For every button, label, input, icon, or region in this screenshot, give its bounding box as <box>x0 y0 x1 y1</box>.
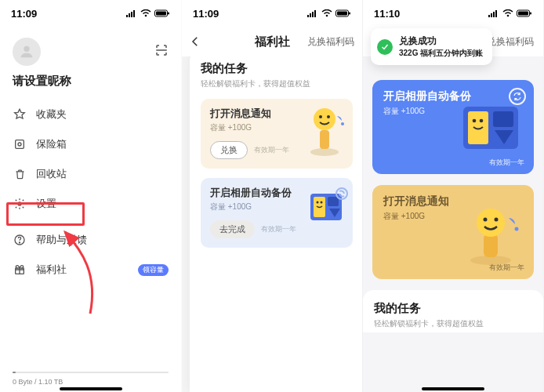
svg-rect-6 <box>156 12 166 16</box>
avatar[interactable] <box>13 38 41 66</box>
status-bar: 11:10 <box>363 0 543 27</box>
battery-icon <box>517 9 532 17</box>
capacity-bar <box>13 372 169 373</box>
reward-card-backup[interactable]: 开启相册自动备份 容量 +100G 有效期一年 <box>372 80 534 174</box>
menu-item-settings[interactable]: 设置 <box>0 189 181 219</box>
success-toast: 兑换成功 322G 福利五分钟内到账 <box>371 28 492 65</box>
wifi-icon <box>502 9 513 17</box>
redeem-code-link[interactable]: 兑换福利码 <box>487 35 534 49</box>
svg-rect-42 <box>518 12 528 16</box>
menu-item-help[interactable]: 帮助与反馈 <box>0 225 181 255</box>
svg-point-47 <box>480 119 484 123</box>
svg-rect-1 <box>129 13 130 17</box>
person-icon <box>18 43 35 60</box>
status-time: 11:10 <box>374 8 400 20</box>
svg-rect-15 <box>307 15 309 17</box>
wifi-icon <box>321 9 332 17</box>
tasks-panel: 我的任务 轻松解锁福利卡，获得超值权益 打开消息通知 容量 +100G 兑换 有… <box>190 50 362 392</box>
task-subtitle: 容量 +100G <box>210 201 343 212</box>
welfare-badge: 领容量 <box>138 264 169 276</box>
menu-label: 保险箱 <box>36 137 169 151</box>
task-title: 打开消息通知 <box>210 107 343 121</box>
reward-cards: 开启相册自动备份 容量 +100G 有效期一年 打开消息通知 容量 +100G <box>363 56 543 279</box>
toast-subtitle: 322G 福利五分钟内到账 <box>399 48 483 59</box>
status-indicators <box>488 9 532 17</box>
menu-label: 设置 <box>36 197 169 211</box>
svg-rect-18 <box>314 10 316 17</box>
status-bar: 11:09 <box>182 0 362 27</box>
tasks-title: 我的任务 <box>201 61 353 76</box>
svg-point-19 <box>326 15 328 17</box>
home-indicator <box>60 387 122 390</box>
screen-redeemed: 11:10 兑换福利码 兑换成功 322G 福利五分钟内到账 开启相册自动备份 … <box>362 0 543 392</box>
svg-point-40 <box>507 15 510 17</box>
back-button[interactable] <box>188 27 202 56</box>
battery-icon <box>154 9 170 17</box>
nickname-prompt[interactable]: 请设置昵称 <box>0 71 181 100</box>
menu-label: 福利社 <box>36 263 129 277</box>
task-card-backup[interactable]: 开启相册自动备份 容量 +100G 去完成 有效期一年 <box>201 178 353 248</box>
card-title: 开启相册自动备份 <box>383 89 523 103</box>
status-indicators <box>307 9 351 17</box>
safe-icon <box>13 138 27 151</box>
svg-rect-21 <box>337 12 347 16</box>
svg-rect-22 <box>349 13 350 15</box>
signal-icon <box>488 9 499 17</box>
tasks-subtitle: 轻松解锁福利卡，获得超值权益 <box>201 78 353 89</box>
page-title: 福利社 <box>255 34 290 49</box>
svg-point-46 <box>473 119 477 123</box>
go-complete-button[interactable]: 去完成 <box>210 220 255 238</box>
signal-icon <box>126 9 137 17</box>
svg-rect-7 <box>168 13 169 15</box>
menu-label: 回收站 <box>36 167 169 181</box>
menu-item-trash[interactable]: 回收站 <box>0 159 181 189</box>
menu-item-welfare[interactable]: 福利社 领容量 <box>0 255 181 285</box>
tasks-title: 我的任务 <box>374 301 532 316</box>
toast-title: 兑换成功 <box>399 34 483 48</box>
screen-profile: 11:09 请设置昵称 收藏夹 保险箱 <box>0 0 181 392</box>
capacity-section: 0 Byte / 1.10 TB <box>0 372 181 386</box>
svg-point-55 <box>515 227 519 231</box>
menu-item-favorites[interactable]: 收藏夹 <box>0 100 181 129</box>
svg-rect-36 <box>488 15 490 17</box>
redeem-button[interactable]: 兑换 <box>210 141 248 159</box>
svg-rect-0 <box>126 15 128 17</box>
menu-label: 收藏夹 <box>36 107 169 122</box>
redeem-code-link[interactable]: 兑换福利码 <box>307 27 354 56</box>
svg-rect-3 <box>133 10 135 17</box>
task-subtitle: 容量 +100G <box>210 122 343 133</box>
task-note: 有效期一年 <box>254 145 289 155</box>
svg-rect-2 <box>131 12 132 17</box>
gear-icon <box>13 198 27 210</box>
gift-icon <box>13 263 27 276</box>
battery-icon <box>335 9 351 17</box>
svg-rect-9 <box>16 140 24 149</box>
task-card-notifications[interactable]: 打开消息通知 容量 +100G 兑换 有效期一年 <box>201 99 353 169</box>
svg-rect-51 <box>484 234 498 257</box>
svg-point-4 <box>145 15 147 17</box>
menu-item-safe[interactable]: 保险箱 <box>0 129 181 159</box>
star-icon <box>13 108 27 121</box>
reward-card-notifications[interactable]: 打开消息通知 容量 +100G 有效期一年 <box>372 185 534 279</box>
svg-point-8 <box>24 46 29 52</box>
status-time: 11:09 <box>193 8 219 20</box>
card-subtitle: 容量 +100G <box>383 106 523 117</box>
svg-rect-39 <box>495 10 497 17</box>
sync-icon <box>509 88 526 105</box>
svg-point-10 <box>18 143 21 146</box>
task-note: 有效期一年 <box>261 224 296 234</box>
menu-label: 帮助与反馈 <box>36 233 169 247</box>
scan-icon[interactable] <box>154 43 169 60</box>
signal-icon <box>307 9 318 17</box>
task-title: 开启相册自动备份 <box>210 186 343 200</box>
home-indicator <box>422 387 484 390</box>
help-icon <box>13 234 27 246</box>
status-time: 11:09 <box>11 8 37 20</box>
svg-rect-37 <box>491 13 492 17</box>
trash-icon <box>13 168 27 180</box>
card-title: 打开消息通知 <box>383 194 523 209</box>
capacity-text: 0 Byte / 1.10 TB <box>13 378 169 386</box>
check-icon <box>377 39 393 55</box>
wifi-icon <box>140 9 151 17</box>
screen-welfare: 上传你 上传 上传 拍照 上传 新建 11:09 福利社 兑换福利 <box>181 0 362 392</box>
